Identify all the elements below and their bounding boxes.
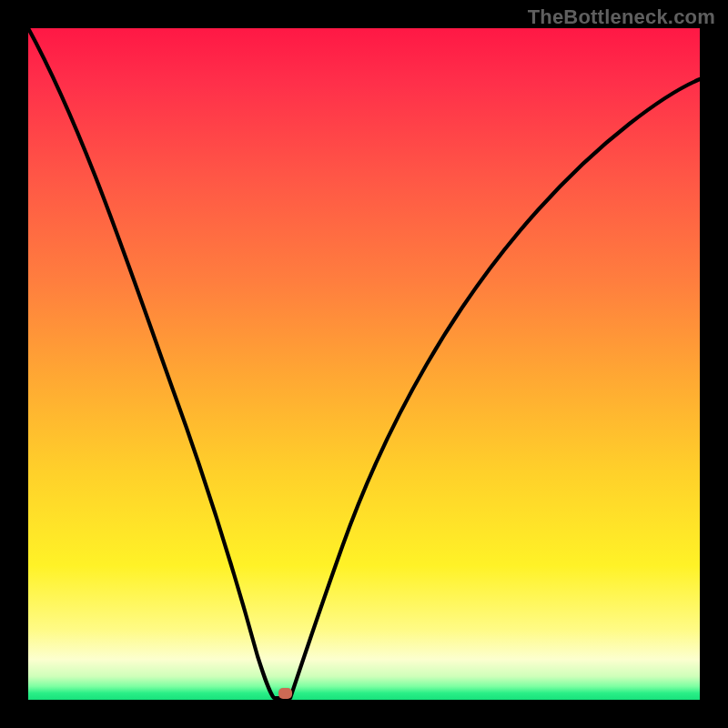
- chart-stage: TheBottleneck.com: [0, 0, 728, 728]
- bottleneck-curve: [28, 28, 700, 700]
- optimal-point-marker: [278, 688, 292, 699]
- plot-area: [28, 28, 700, 700]
- watermark-text: TheBottleneck.com: [528, 5, 715, 29]
